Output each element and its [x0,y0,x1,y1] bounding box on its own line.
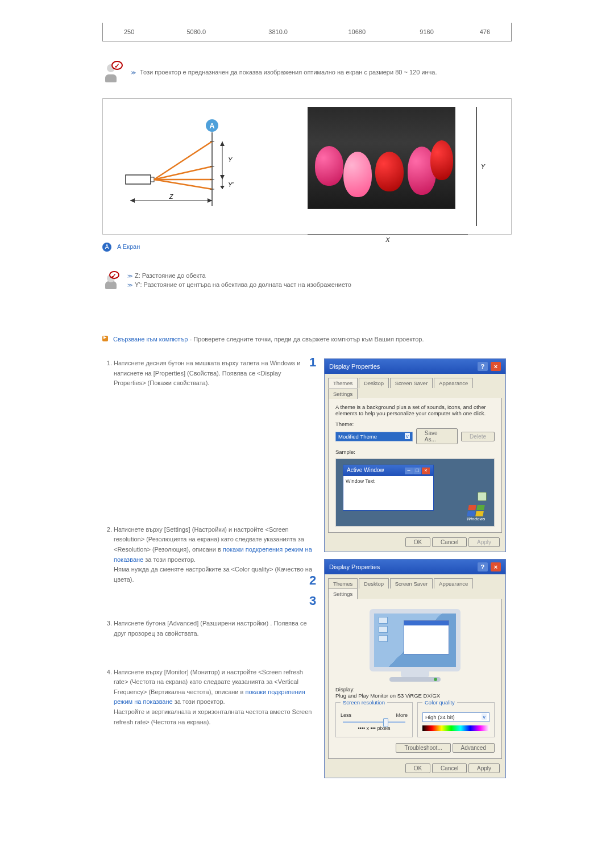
svg-marker-10 [130,198,135,203]
save-as-button[interactable]: Save As... [416,428,458,444]
close-icon: × [422,468,430,474]
help-icon[interactable]: ? [478,562,488,571]
sample-window-text: Window Text [343,476,433,510]
step-item: Натиснете върху [Settings] (Настройки) и… [114,525,314,585]
step-item: Натиснете десния бутон на мишката върху … [114,358,314,389]
tip-text: Този проектор е предназначен да показва … [140,69,437,76]
color-quality-group: Color quality High (24 bit) [417,702,495,737]
svg-marker-14 [220,141,225,146]
resolution-value: •••• x ••• pixels [341,725,408,731]
theme-sample-preview: Active Window –□× Window Text Windows [335,458,495,527]
recycle-bin-icon [476,492,488,504]
troubleshoot-button[interactable]: Troubleshoot... [396,743,450,753]
advanced-button[interactable]: Advanced [453,743,495,753]
screen-size-table: 250 5080.0 3810.0 10680 9160 476 [102,23,512,41]
tip-note-2: ✓ ≫Z: Разстояние до обекта ≫Y': Разстоян… [102,272,512,290]
tab-settings[interactable]: Settings [328,389,358,399]
ok-button[interactable]: OK [405,763,430,773]
steps-list: Натиснете десния бутон на мишката върху … [102,358,314,727]
y-axis-arrow [476,107,477,226]
tab-screensaver[interactable]: Screen Saver [390,378,433,388]
svg-marker-18 [220,186,225,189]
apply-button[interactable]: Apply [468,763,500,773]
color-quality-legend: Color quality [422,699,457,706]
throw-geometry-svg: A Z Y Y' [114,115,285,218]
tab-appearance[interactable]: Appearance [434,578,473,589]
tabs: Themes Desktop Screen Saver Appearance S… [325,574,505,599]
section-heading: Свързване към компютър - Проверете следн… [102,336,512,343]
tab-themes[interactable]: Themes [328,578,358,589]
close-icon[interactable]: × [491,562,501,571]
svg-line-8 [154,180,212,189]
step-item: Натиснете върху [Monitor] (Монитор) и на… [114,667,314,728]
help-icon[interactable]: ? [478,362,488,371]
maximize-icon: □ [413,468,421,474]
monitor-preview [364,609,466,682]
window-title: Display Properties [329,564,380,570]
delete-button[interactable]: Delete [461,432,495,441]
tab-themes[interactable]: Themes [328,378,358,389]
window-title: Display Properties [329,363,380,370]
close-icon[interactable]: × [491,362,501,371]
resolution-legend: Screen resolution [341,699,387,706]
color-bar-icon [422,725,489,731]
ok-button[interactable]: OK [405,537,430,547]
resolution-slider[interactable] [343,721,405,723]
cancel-button[interactable]: Cancel [432,537,467,547]
step-marker-3: 3 [309,594,316,608]
svg-rect-3 [126,175,151,184]
tabs: Themes Desktop Screen Saver Appearance S… [325,374,505,398]
tab-screensaver[interactable]: Screen Saver [390,578,433,589]
more-label: More [396,712,408,718]
svg-rect-4 [151,177,154,182]
projection-diagram: A Z Y Y' [102,98,512,235]
tip-note: ✓ ≫ Този проектор е предназначен да пока… [102,62,512,82]
tab-settings[interactable]: Settings [328,589,358,599]
x-label: X [385,236,389,243]
apply-button[interactable]: Apply [468,537,500,547]
tab-desktop[interactable]: Desktop [359,578,389,589]
theme-label: Theme: [335,421,495,427]
display-properties-settings-dialog: Display Properties ? × Themes Desktop Sc… [324,559,506,778]
cancel-button[interactable]: Cancel [432,763,467,773]
svg-text:Z: Z [169,193,174,200]
section-subtitle: Проверете следните точки, преди да свърж… [193,336,424,343]
y-label: Y [481,163,485,170]
window-titlebar[interactable]: Display Properties ? × [325,359,505,374]
svg-text:Y: Y [228,156,233,163]
svg-text:Y': Y' [228,181,234,188]
step-marker-1: 1 [309,355,316,370]
chevron-icon: ≫ [131,70,136,76]
tab-appearance[interactable]: Appearance [434,378,473,388]
theme-description: A theme is a background plus a set of so… [335,404,495,416]
svg-line-5 [154,141,212,180]
display-label: Display: [335,686,355,692]
windows-logo-icon: Windows [462,505,489,521]
table-cell: 250 [103,23,156,41]
theme-select[interactable]: Modified Theme [335,432,413,441]
svg-text:A: A [209,122,215,130]
window-titlebar[interactable]: Display Properties ? × [325,560,505,574]
table-cell: 5080.0 [155,23,237,41]
tab-desktop[interactable]: Desktop [359,378,389,388]
sample-label: Sample: [335,449,495,455]
table-cell: 3810.0 [237,23,319,41]
chevron-icon: ≫ [127,273,132,279]
step-marker-2: 2 [309,573,316,588]
color-quality-select[interactable]: High (24 bit) [422,712,489,722]
diagram-caption: AA Екран [102,243,512,252]
chevron-icon: ≫ [127,282,132,288]
display-value: Plug and Play Monitor on S3 ViRGE DX/GX [335,692,440,699]
table-cell: 476 [459,23,512,41]
screen-resolution-group: Screen resolution Less More •••• x ••• p… [335,702,413,737]
x-axis-arrow [308,235,468,235]
sample-photo [308,107,455,209]
less-label: Less [341,712,351,718]
tip-text: Y': Разстояние от центъра на обектива до… [135,281,351,288]
section-bullet-icon [102,336,108,341]
person-check-icon: ✓ [102,272,119,289]
table-cell: 9160 [395,23,458,41]
tip-text: Z: Разстояние до обекта [135,272,206,279]
sample-window-title: Active Window [347,467,384,474]
svg-marker-15 [220,175,225,180]
